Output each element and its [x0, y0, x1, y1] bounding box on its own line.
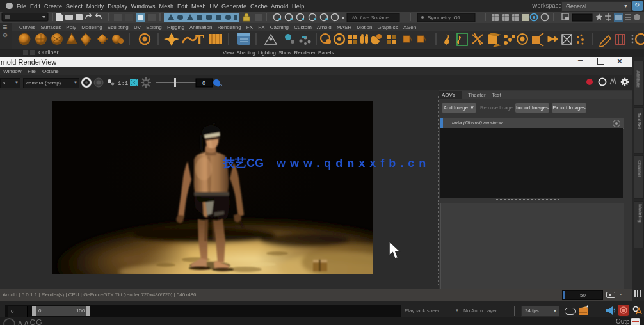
- svg-text:0: 0: [202, 80, 205, 86]
- svg-text:B: B: [220, 83, 222, 87]
- svg-text:T: T: [195, 33, 204, 47]
- svg-text:Symmetry: Off: Symmetry: Off: [428, 15, 461, 20]
- svg-text:No Live Surface: No Live Surface: [352, 15, 389, 20]
- svg-text:1:1: 1:1: [118, 81, 128, 87]
